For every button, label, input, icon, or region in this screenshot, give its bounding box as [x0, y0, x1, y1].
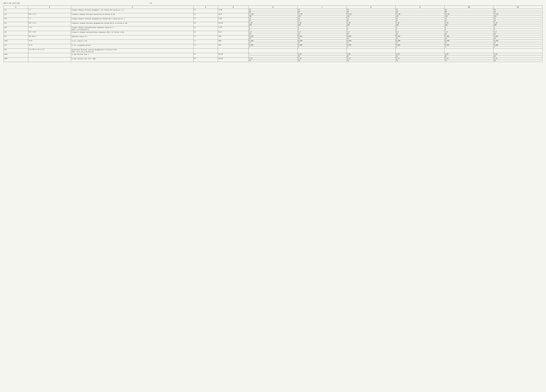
- row-code: 7-I27: [28, 26, 71, 31]
- row-description: Арматура класса А-I: [71, 35, 193, 40]
- row-col9: 2,I470: [396, 58, 444, 62]
- row-col8: [346, 48, 396, 53]
- row-col6: I7,9076I: [248, 13, 298, 18]
- row-qty: [218, 48, 248, 53]
- header-col11: II: [493, 6, 542, 9]
- row-qty: 32,56: [218, 58, 248, 62]
- row-col7: 2,I470: [298, 58, 346, 62]
- row-col9: I42I: [396, 18, 444, 22]
- row-unit: шт.: [193, 18, 218, 22]
- row-unit: шт.: [193, 26, 218, 31]
- row-id: I58b: [4, 40, 28, 44]
- row-code: 7-I: [28, 18, 71, 22]
- row-col8: 46: [346, 26, 396, 31]
- table-row: I57ПСП таб.8-IАрматура класса А-Iтн2290,…: [4, 35, 542, 40]
- table-row: I54ПСП п.8-I9Стоимость сборных бетонных …: [4, 22, 542, 26]
- row-col9: [396, 48, 444, 53]
- row-code: 6-22 ПСП п.I-I5 п.I-I7: [28, 48, 71, 53]
- header-col5: 5: [218, 6, 248, 9]
- row-col6: 2,I470: [248, 58, 298, 62]
- table-row: I606-22 ПСП п.I-I5 п.I-I7Монолитные бето…: [4, 48, 542, 53]
- row-col6: 2,40I06: [248, 22, 298, 26]
- row-qty: 32,56: [218, 53, 248, 58]
- table-row: I52ПСП п.3-IIСтоимость сборных бетонных …: [4, 13, 542, 18]
- row-description: а) Для насосов типа А: [71, 53, 193, 58]
- table-row: I60aа) Для насосов типа Ам332,56÷–2,6085…: [4, 53, 542, 58]
- row-col10: 46: [444, 26, 493, 31]
- main-table: I 2 3 4 5 6 7 8 9 IO II I5I7-2Укладка сб…: [4, 6, 542, 62]
- row-col10: I42I: [444, 18, 493, 22]
- row-unit: м3: [193, 53, 218, 58]
- row-col11: 3369: [493, 9, 542, 13]
- row-col7: 0,I0827: [298, 40, 346, 44]
- row-col11: I7,9076I: [493, 13, 542, 18]
- row-code: ПСП п.8-I9: [28, 22, 71, 26]
- page-header: 90I-I-30 (IX/I:85) 23: [4, 2, 542, 5]
- row-code: 7-2: [28, 9, 71, 13]
- row-col9: 0,045IO: [396, 35, 444, 40]
- row-qty: I,55: [218, 26, 248, 31]
- row-id: I55: [4, 26, 28, 31]
- row-qty: 250: [218, 40, 248, 44]
- row-id: I52: [4, 13, 28, 18]
- row-id: I60a: [4, 53, 28, 58]
- row-col6: 0,045IO: [248, 35, 298, 40]
- row-code: То же: [28, 40, 71, 44]
- header-col9: 9: [396, 6, 444, 9]
- row-unit: м3: [193, 58, 218, 62]
- row-col7: 3369: [298, 9, 346, 13]
- row-id: I5I: [4, 9, 28, 13]
- row-unit: м3: [193, 31, 218, 35]
- table-header-row: I 2 3 4 5 6 7 8 9 IO II: [4, 6, 542, 9]
- header-col4: 4: [193, 6, 218, 9]
- row-col9: 0,0052: [396, 44, 444, 48]
- row-col8: 0,I0827: [346, 40, 396, 44]
- row-description: Укладка сборных бетонных фундамент- ных …: [71, 9, 193, 13]
- header-col6: 6: [248, 6, 298, 9]
- row-col6: 0,I0827: [248, 40, 298, 44]
- row-col11: 46: [493, 26, 542, 31]
- table-row: I557-I27Укладка сборных железобетонных п…: [4, 26, 542, 31]
- row-col7: 2,6085: [298, 53, 346, 58]
- table-row: I56ПСП п.9-92Стоимость сборных железобет…: [4, 31, 542, 35]
- row-code: [28, 53, 71, 58]
- table-row: I587-IУкладка сборных бетонных фундамент…: [4, 18, 542, 22]
- row-unit: шт.: [193, 9, 218, 13]
- row-col11: 0,045IO: [493, 35, 542, 40]
- row-col7: I,064: [298, 31, 346, 35]
- row-code: [28, 58, 71, 62]
- row-col10: 0,045IO: [444, 35, 493, 40]
- row-col11: I,064: [493, 31, 542, 35]
- row-unit: м3: [193, 13, 218, 18]
- row-qty: 42,5: [218, 13, 248, 18]
- row-unit: тн: [193, 44, 218, 48]
- row-col11: 2,40I06: [493, 22, 542, 26]
- row-col7: I7,9076I: [298, 13, 346, 18]
- row-description: То же, класса А-III: [71, 40, 193, 44]
- row-col11: 2,6085: [493, 53, 542, 58]
- row-qty: 44,20: [218, 22, 248, 26]
- row-qty: 229: [218, 35, 248, 40]
- row-unit: [193, 48, 218, 53]
- row-col11: I42I: [493, 18, 542, 22]
- row-col6: I42I: [248, 18, 298, 22]
- row-col10: 0,I0827: [444, 40, 493, 44]
- row-id: I58: [4, 18, 28, 22]
- header-col2: 2: [28, 6, 71, 9]
- row-col6: 0,0052: [248, 44, 298, 48]
- row-col11: 2,I470: [493, 58, 542, 62]
- row-qty: 4I3: [218, 44, 248, 48]
- header-col3: 3: [71, 6, 193, 9]
- header-col10: IO: [444, 6, 493, 9]
- row-col9: 0,I0827: [396, 40, 444, 44]
- row-code: ПСП п.9-92: [28, 31, 71, 35]
- row-col6: ÷–: [248, 53, 298, 58]
- row-col8: I7,9076I: [346, 13, 396, 18]
- row-col8: 0,0052: [346, 44, 396, 48]
- row-col10: 3369: [444, 9, 493, 13]
- table-row: I5I7-2Укладка сборных бетонных фундамент…: [4, 9, 542, 13]
- row-col8: 3369: [346, 9, 396, 13]
- row-col8: 2,6085: [346, 53, 396, 58]
- row-description: Укладка сборных бетонных фундаментных бл…: [71, 18, 193, 22]
- row-col7: 0,045IO: [298, 35, 346, 40]
